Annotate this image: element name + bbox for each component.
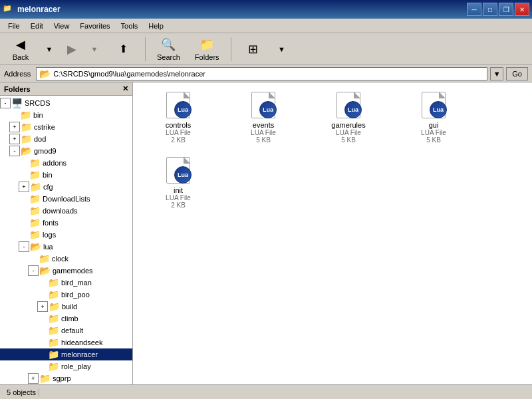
tree-item-srcds[interactable]: -🖥️SRCDS: [0, 97, 132, 109]
menu-file[interactable]: File: [3, 19, 25, 33]
folder-icon: 📁: [39, 373, 51, 384]
close-button[interactable]: ✕: [515, 3, 529, 16]
tree-item-role_play[interactable]: 📁role_play: [0, 360, 132, 372]
file-icon: Lua: [335, 92, 362, 118]
file-item-init[interactable]: Lua init LUA File 2 KB: [138, 153, 218, 213]
tree-label: sgprp: [53, 374, 71, 382]
maximize-button[interactable]: □: [483, 3, 497, 16]
folder-icon: 📁: [29, 158, 41, 168]
file-view: Lua controls LUA File 2 KB Lua events LU…: [133, 82, 532, 384]
folders-header: Folders ✕: [0, 82, 132, 96]
tree-expand-dod[interactable]: +: [9, 134, 20, 144]
file-type: LUA File: [166, 194, 191, 201]
up-button[interactable]: ⬆: [106, 35, 140, 63]
tree-item-gmod9[interactable]: -📂gmod9: [0, 145, 132, 157]
menu-help[interactable]: Help: [143, 19, 169, 33]
tree-item-melonracer[interactable]: 📁melonracer: [0, 348, 132, 360]
lua-badge: Lua: [174, 166, 192, 184]
file-type: LUA File: [336, 129, 361, 136]
folder-icon: 📁: [20, 110, 31, 120]
tree-expand-sgprp[interactable]: +: [28, 373, 39, 384]
menu-edit[interactable]: Edit: [25, 19, 49, 33]
tree-item-sgprp[interactable]: +📁sgprp: [0, 372, 132, 384]
address-dropdown-button[interactable]: ▼: [490, 67, 503, 80]
menu-favorites[interactable]: Favorites: [74, 19, 115, 33]
tree-item-bin[interactable]: 📁bin: [0, 109, 132, 121]
tree-item-dod[interactable]: +📁dod: [0, 133, 132, 145]
views-dropdown[interactable]: ▼: [273, 35, 291, 63]
search-label: Search: [157, 53, 180, 61]
tree-expand-srcds[interactable]: -: [0, 98, 11, 108]
tree-item-fonts[interactable]: 📁fonts: [0, 217, 132, 229]
back-dropdown[interactable]: ▼: [40, 35, 59, 63]
folder-icon: 📁: [29, 205, 41, 216]
address-input-wrapper: 📂: [36, 67, 487, 80]
toolbar-sep-2: [231, 37, 231, 61]
tree-label: bin: [43, 171, 53, 179]
tree-expand-cfg[interactable]: +: [19, 182, 29, 192]
tree-label: SRCDS: [25, 99, 51, 107]
tree-expand-lua[interactable]: -: [19, 241, 29, 252]
tree-item-climb[interactable]: 📁climb: [0, 313, 132, 325]
tree-label: bird_poo: [61, 291, 90, 299]
tree-label: bin: [33, 111, 43, 119]
file-size: 2 KB: [171, 201, 186, 209]
tree-item-lua[interactable]: -📂lua: [0, 241, 132, 253]
file-item-controls[interactable]: Lua controls LUA File 2 KB: [138, 88, 218, 148]
tree-item-downloads[interactable]: 📁downloads: [0, 205, 132, 217]
tree-label: hideandseek: [61, 338, 102, 346]
tree-label: DownloadLists: [43, 195, 90, 203]
file-item-events[interactable]: Lua events LUA File 5 KB: [223, 88, 303, 148]
minimize-button[interactable]: ─: [467, 3, 481, 16]
tree-item-bird_man[interactable]: 📁bird_man: [0, 277, 132, 289]
tree-label: clock: [52, 255, 68, 263]
tree-item-gamemodes[interactable]: -📂gamemodes: [0, 265, 132, 277]
go-button[interactable]: Go: [506, 67, 528, 80]
tree-item-logs[interactable]: 📁logs: [0, 229, 132, 241]
file-icon: Lua: [250, 92, 277, 118]
tree-label: cstrike: [34, 123, 55, 131]
tree-item-DownloadLists[interactable]: 📁DownloadLists: [0, 193, 132, 205]
back-icon: ◀: [16, 37, 25, 52]
folders-close-button[interactable]: ✕: [122, 84, 128, 93]
tree-item-cfg[interactable]: +📁cfg: [0, 181, 132, 193]
tree-expand-gmod9[interactable]: -: [9, 146, 20, 156]
folder-tree[interactable]: -🖥️SRCDS📁bin+📁cstrike+📁dod-📂gmod9📁addons…: [0, 96, 132, 384]
status-item-count: 5 objects: [4, 388, 39, 396]
tree-label: gamemodes: [53, 267, 93, 275]
back-button[interactable]: ◀ Back: [4, 35, 37, 63]
tree-expand-gamemodes[interactable]: -: [28, 265, 39, 276]
folder-icon: 📁: [48, 361, 59, 372]
tree-expand-cstrike[interactable]: +: [9, 122, 20, 132]
title-bar: 📁 melonracer ─ □ ❐ ✕: [0, 0, 532, 19]
restore-button[interactable]: ❐: [499, 3, 513, 16]
lua-badge: Lua: [344, 101, 362, 118]
folder-icon: 📁: [21, 122, 32, 132]
tree-item-hideandseek[interactable]: 📁hideandseek: [0, 336, 132, 348]
views-button[interactable]: ⊞: [237, 35, 270, 63]
address-input[interactable]: [53, 70, 484, 78]
search-button[interactable]: 🔍 Search: [151, 35, 186, 63]
toolbar: ◀ Back ▼ ▶ ▼ ⬆ 🔍 Search 📁 Folders ⊞ ▼: [0, 33, 532, 65]
file-item-gamerules[interactable]: Lua gamerules LUA File 5 KB: [309, 88, 388, 148]
file-item-gui[interactable]: Lua gui LUA File 5 KB: [394, 88, 473, 148]
tree-item-default[interactable]: 📁default: [0, 325, 132, 336]
tree-item-bird_poo[interactable]: 📁bird_poo: [0, 289, 132, 301]
address-label: Address: [4, 70, 31, 78]
file-name: controls: [166, 121, 192, 129]
folder-icon: 📁: [49, 301, 60, 312]
tree-item-bin2[interactable]: 📁bin: [0, 169, 132, 181]
forward-dropdown[interactable]: ▼: [85, 35, 104, 63]
folders-button[interactable]: 📁 Folders: [189, 35, 225, 63]
forward-button[interactable]: ▶: [61, 35, 82, 63]
menu-tools[interactable]: Tools: [116, 19, 144, 33]
folder-icon: 📂: [30, 241, 41, 252]
tree-item-cstrike[interactable]: +📁cstrike: [0, 121, 132, 133]
tree-item-clock[interactable]: 📁clock: [0, 253, 132, 265]
tree-item-addons[interactable]: 📁addons: [0, 157, 132, 169]
menu-view[interactable]: View: [49, 19, 75, 33]
file-name: events: [253, 121, 274, 129]
tree-item-build[interactable]: +📁build: [0, 301, 132, 313]
file-size: 5 KB: [426, 136, 441, 144]
tree-expand-build[interactable]: +: [37, 301, 48, 312]
